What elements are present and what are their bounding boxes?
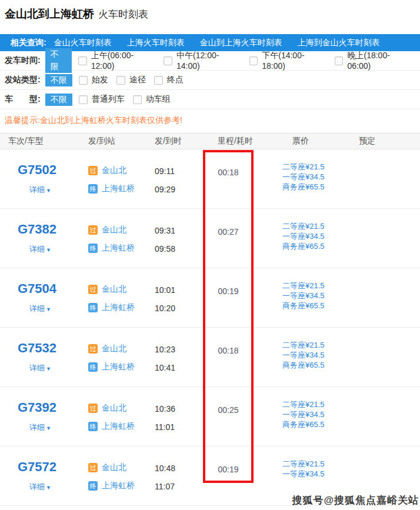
price-business-class: 商务座¥65.5 — [282, 182, 325, 192]
to-station-line: 终 上海虹桥 — [88, 184, 135, 194]
unlimited-button-station-type[interactable]: 不限 — [45, 74, 72, 86]
checkbox-afternoon[interactable] — [249, 56, 258, 65]
option-afternoon[interactable]: 下午(14:00-18:00) — [249, 51, 326, 71]
filter-row-depart-time: 发车时间: 不限 上午(06:00-12:00) 中午(12:00-14:00)… — [0, 51, 420, 71]
train-row: G7382 详细▼ 过 金山北 终 上海虹桥 09:31 09:58 00:27… — [0, 209, 420, 268]
option-terminal[interactable]: 终点 — [154, 75, 184, 85]
checkbox-emu-train[interactable] — [133, 95, 142, 104]
filter-label-train-type: 车 型: — [5, 94, 41, 105]
option-evening[interactable]: 晚上(18:00-06:00) — [335, 51, 412, 71]
station-from-link[interactable]: 金山北 — [102, 344, 126, 354]
station-to-link[interactable]: 上海虹桥 — [102, 243, 135, 254]
related-link-shanghai[interactable]: 上海火车时刻表 — [127, 38, 185, 48]
train-row: G7392 详细▼ 过 金山北 终 上海虹桥 10:36 11:01 00:25… — [0, 387, 420, 446]
terminal-badge: 终 — [88, 422, 98, 431]
train-number-link[interactable]: G7392 — [18, 400, 56, 415]
checkbox-noon[interactable] — [164, 56, 172, 65]
price-second-class: 二等座¥21.5 — [282, 221, 325, 231]
watermark-text: 搜狐号@搜狐焦点嘉峪关站 — [292, 494, 419, 507]
pass-badge: 过 — [88, 285, 98, 294]
detail-link[interactable]: 详细▼ — [29, 185, 51, 195]
train-number-link[interactable]: G7572 — [18, 459, 56, 475]
price-list: 二等座¥21.5 一等座¥34.5 商务座¥65.5 — [282, 162, 325, 192]
station-to-link[interactable]: 上海虹桥 — [102, 421, 135, 432]
checkbox-morning[interactable] — [78, 56, 87, 65]
to-station-line: 终 上海虹桥 — [88, 302, 135, 313]
caret-down-icon: ▼ — [46, 247, 51, 253]
detail-link[interactable]: 详细▼ — [29, 482, 51, 492]
related-links: 金山火车时刻表 上海火车时刻表 金山到上海火车时刻表 上海到金山火车时刻表 — [54, 38, 380, 48]
train-number-link[interactable]: G7504 — [18, 281, 56, 296]
option-noon[interactable]: 中午(12:00-14:00) — [164, 51, 241, 71]
pass-badge: 过 — [88, 166, 98, 175]
caret-down-icon: ▼ — [46, 188, 51, 194]
price-business-class: 商务座¥65.5 — [282, 301, 325, 311]
train-row: G7532 详细▼ 过 金山北 终 上海虹桥 10:23 10:41 00:18… — [0, 328, 420, 387]
price-second-class: 二等座¥21.5 — [282, 340, 325, 350]
filter-row-station-type: 发站类型: 不限 始发 途径 终点 — [0, 71, 420, 90]
detail-label: 详细 — [29, 364, 45, 372]
from-station-line: 过 金山北 — [88, 284, 126, 295]
detail-link[interactable]: 详细▼ — [29, 244, 51, 255]
option-origin[interactable]: 始发 — [79, 75, 108, 85]
station-to-link[interactable]: 上海虹桥 — [102, 184, 135, 194]
option-morning[interactable]: 上午(06:00-12:00) — [78, 51, 155, 71]
station-from-link[interactable]: 金山北 — [102, 225, 126, 235]
related-link-jinshan[interactable]: 金山火车时刻表 — [54, 38, 112, 48]
header-cell-price: 票价 — [292, 136, 309, 146]
from-station-line: 过 金山北 — [88, 462, 126, 473]
option-label-emu-train: 动车组 — [146, 94, 171, 105]
station-from-link[interactable]: 金山北 — [102, 284, 126, 295]
station-from-link[interactable]: 金山北 — [102, 165, 126, 176]
header-cell-booking: 预定 — [359, 136, 375, 146]
station-to-link[interactable]: 上海虹桥 — [102, 302, 135, 313]
option-label-terminal: 终点 — [167, 75, 184, 85]
train-number-link[interactable]: G7502 — [18, 162, 56, 178]
train-number-link[interactable]: G7382 — [18, 222, 56, 237]
station-to-link[interactable]: 上海虹桥 — [102, 481, 135, 491]
notice-text: 温馨提示:金山北到上海虹桥火车时刻表仅供参考! — [5, 115, 182, 126]
train-row: G7504 详细▼ 过 金山北 终 上海虹桥 10:01 10:20 00:19… — [0, 268, 420, 328]
detail-link[interactable]: 详细▼ — [29, 422, 51, 433]
arrive-time: 10:41 — [155, 363, 175, 372]
related-link-jinshan-to-shanghai[interactable]: 金山到上海火车时刻表 — [200, 38, 282, 48]
detail-link[interactable]: 详细▼ — [29, 304, 51, 314]
checkbox-evening[interactable] — [335, 56, 344, 65]
depart-time: 09:31 — [155, 226, 175, 235]
filter-section: 发车时间: 不限 上午(06:00-12:00) 中午(12:00-14:00)… — [0, 51, 420, 109]
detail-link[interactable]: 详细▼ — [29, 363, 51, 374]
option-emu-train[interactable]: 动车组 — [133, 94, 171, 105]
detail-label: 详细 — [29, 482, 45, 491]
caret-down-icon: ▼ — [46, 485, 51, 491]
option-label-evening: 晚上(18:00-06:00) — [347, 51, 412, 71]
table-header: 车次/车型 发/到站 发/到时 里程/耗时 票价 预定 — [0, 133, 420, 149]
header-cell-train: 车次/车型 — [8, 136, 44, 146]
arrive-time: 11:01 — [155, 422, 175, 432]
from-station-line: 过 金山北 — [88, 165, 126, 176]
related-link-shanghai-to-jinshan[interactable]: 上海到金山火车时刻表 — [298, 38, 380, 48]
price-list: 二等座¥21.5 一等座¥34.5 商务座¥65.5 — [282, 340, 325, 370]
header-cell-duration: 里程/耗时 — [218, 136, 253, 146]
caret-down-icon: ▼ — [46, 366, 51, 372]
price-first-class: 一等座¥34.5 — [282, 350, 325, 360]
checkbox-terminal[interactable] — [154, 76, 163, 85]
depart-time: 09:11 — [155, 166, 175, 176]
detail-label: 详细 — [29, 304, 45, 313]
train-row: G7502 详细▼ 过 金山北 终 上海虹桥 09:11 09:29 00:18… — [0, 149, 420, 209]
option-ordinary-train[interactable]: 普通列车 — [79, 94, 125, 105]
checkbox-origin[interactable] — [79, 76, 88, 85]
to-station-line: 终 上海虹桥 — [88, 481, 135, 491]
checkbox-ordinary-train[interactable] — [79, 95, 88, 104]
checkbox-via[interactable] — [116, 76, 125, 85]
option-via[interactable]: 途径 — [116, 75, 146, 85]
from-station-line: 过 金山北 — [88, 344, 126, 354]
unlimited-button-train-type[interactable]: 不限 — [45, 94, 72, 106]
arrive-time: 10:20 — [155, 304, 175, 313]
unlimited-button-depart-time[interactable]: 不限 — [45, 48, 72, 73]
to-station-line: 终 上海虹桥 — [88, 243, 135, 254]
station-to-link[interactable]: 上海虹桥 — [102, 362, 135, 372]
to-station-line: 终 上海虹桥 — [88, 421, 135, 432]
station-from-link[interactable]: 金山北 — [102, 462, 126, 473]
train-number-link[interactable]: G7532 — [18, 341, 56, 356]
station-from-link[interactable]: 金山北 — [102, 403, 126, 414]
